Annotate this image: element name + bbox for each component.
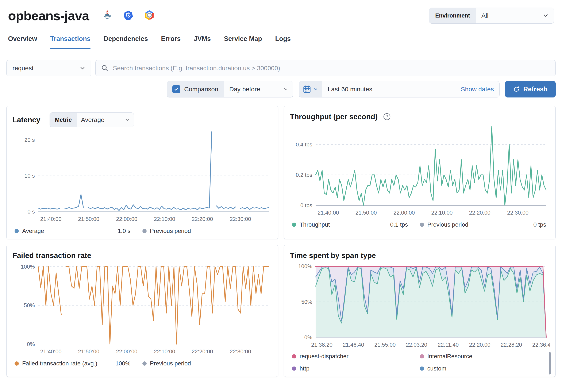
svg-text:22:10:00: 22:10:00 [431,210,453,216]
legend-item[interactable]: Previous period [142,228,270,234]
svg-text:50%: 50% [301,299,312,305]
svg-text:22:20:00: 22:20:00 [469,210,491,216]
svg-text:0%: 0% [304,334,312,341]
svg-text:22:10:00: 22:10:00 [154,348,175,355]
refresh-button[interactable]: Refresh [505,81,556,97]
latency-chart[interactable]: 0 s10 s20 s21:40:0021:50:0022:00:0022:10… [12,129,272,224]
apm-service-page: opbeans-java [0,0,562,377]
failed-rate-chart[interactable]: 0%50%100%21:40:0021:50:0022:00:0022:10:0… [12,261,272,356]
svg-text:21:40:00: 21:40:00 [40,216,62,222]
svg-text:21:50:00: 21:50:00 [78,216,99,222]
help-icon[interactable] [383,113,391,120]
svg-text:100%: 100% [21,263,35,270]
svg-text:22:10:00: 22:10:00 [154,216,175,222]
transaction-type-select[interactable]: request [6,60,91,76]
series-dot [14,229,19,233]
legend-item[interactable]: Previous period 0 tps [420,221,548,228]
tab-overview[interactable]: Overview [8,35,37,49]
environment-value: All [476,8,542,24]
check-icon [174,87,179,92]
time-range-value[interactable]: Last 60 minutes [322,81,455,97]
series-label: Average [22,228,44,234]
latency-metric-select[interactable]: Metric Average [50,112,134,127]
tab-service-map[interactable]: Service Map [224,35,262,49]
page-title: opbeans-java [8,8,89,23]
refresh-icon [513,86,520,93]
chevron-down-icon [79,65,86,71]
legend-item[interactable]: Failed transaction rate (avg.) 100% [14,360,142,367]
comparison-label: Comparison [184,86,218,93]
svg-text:22:00:00: 22:00:00 [116,348,137,355]
filter-row-search: request [6,60,556,76]
legend-item[interactable]: Average 1.0 s [14,228,142,234]
svg-text:21:50:00: 21:50:00 [355,210,377,216]
legend-item[interactable]: InternalResource [420,353,548,360]
span-types-chart[interactable]: 0%50%100%21:38:2021:46:4021:55:0022:03:2… [290,261,550,350]
svg-text:21:38:20: 21:38:20 [311,342,332,348]
date-picker-menu-button[interactable] [299,81,322,97]
series-dot [292,354,296,358]
svg-text:21:40:00: 21:40:00 [318,210,339,216]
search-icon [101,64,109,72]
tab-transactions[interactable]: Transactions [50,35,91,49]
throughput-chart[interactable]: 0 tps0.2 tps0.4 tps21:40:0021:50:0022:00… [290,122,550,217]
show-dates-link[interactable]: Show dates [455,81,499,97]
metric-label: Metric [50,113,77,127]
svg-text:21:46:40: 21:46:40 [343,342,364,348]
throughput-legend: Throughput 0.1 tps Previous period 0 tps [290,221,550,228]
legend-item[interactable]: request-dispatcher [292,353,420,360]
series-value: 100% [115,360,130,367]
calendar-icon [303,85,311,94]
series-value: 1.0 s [118,228,130,234]
svg-text:22:20:00: 22:20:00 [469,342,491,348]
comparison-value: Day before [229,86,283,93]
svg-text:22:36:40: 22:36:40 [532,342,550,348]
search-transactions-input[interactable] [113,65,550,72]
metric-value: Average [77,113,124,127]
throughput-title: Throughput (per second) [290,112,378,121]
tab-logs[interactable]: Logs [275,35,291,49]
service-tabs: Overview Transactions Dependencies Error… [6,24,556,49]
svg-text:22:30:00: 22:30:00 [507,210,528,216]
series-value: 0 tps [533,221,546,228]
svg-text:22:00:00: 22:00:00 [116,216,137,222]
tab-jvms[interactable]: JVMs [194,35,211,49]
chevron-down-icon [313,86,318,92]
legend-item[interactable]: custom [420,365,548,372]
tab-dependencies[interactable]: Dependencies [104,35,148,49]
svg-text:10 s: 10 s [24,173,35,179]
span-types-legend: request-dispatcher InternalResource http… [290,353,550,372]
series-label: Previous period [150,360,191,367]
failed-rate-title: Failed transaction rate [12,251,91,260]
latency-legend: Average 1.0 s Previous period [12,228,272,234]
google-cloud-icon [144,10,154,21]
refresh-label: Refresh [523,85,548,93]
legend-item[interactable]: Throughput 0.1 tps [292,221,420,228]
series-dot [292,223,296,227]
filter-row-time: Comparison Day before Last 60 minutes Sh… [6,81,556,97]
svg-text:0 s: 0 s [27,208,35,215]
search-transactions-box [95,60,556,76]
tab-errors[interactable]: Errors [161,35,181,49]
charts-grid: Latency Metric Average 0 s10 s20 s21:40:… [6,106,556,377]
svg-text:22:11:40: 22:11:40 [438,342,459,348]
chevron-down-icon [542,12,549,19]
span-types-panel: Time spent by span type 0%50%100%21:38:2… [284,245,556,377]
comparison-select[interactable]: Day before [224,81,293,97]
series-label: Previous period [427,221,468,228]
series-label: request-dispatcher [300,353,349,360]
svg-text:21:55:00: 21:55:00 [374,342,396,348]
legend-item[interactable]: Previous period [142,360,270,367]
comparison-checkbox[interactable] [172,85,180,93]
comparison-toggle[interactable]: Comparison [167,81,224,97]
series-label: http [300,365,309,372]
environment-select[interactable]: Environment All [429,8,554,24]
svg-text:0%: 0% [27,341,35,347]
kubernetes-icon [123,10,133,21]
series-value: 0.1 tps [390,221,408,228]
span-types-title: Time spent by span type [290,251,376,260]
legend-item[interactable]: http [292,365,420,372]
series-dot [14,361,19,366]
legend-scrollbar[interactable] [549,352,551,374]
svg-text:0.4 tps: 0.4 tps [296,141,312,148]
